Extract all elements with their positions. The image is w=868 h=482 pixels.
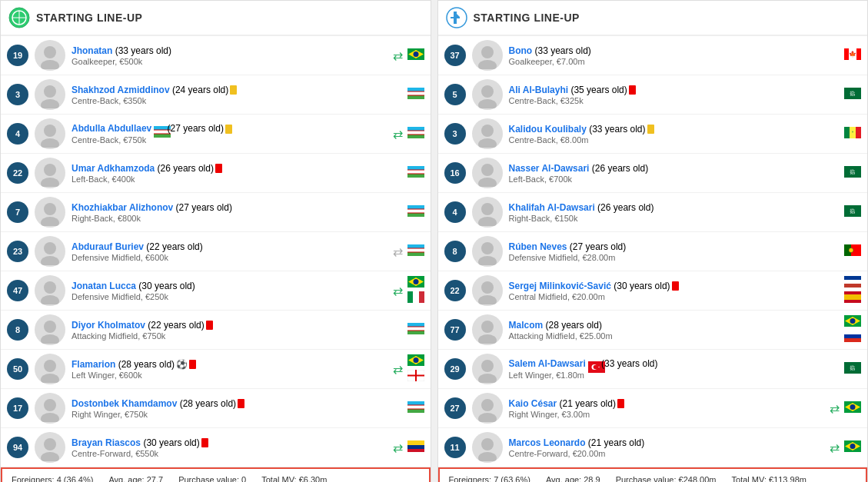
player-name[interactable]: Nasser Al-Dawsari (509, 163, 590, 174)
svg-rect-46 (407, 252, 424, 256)
flag-br (844, 315, 861, 329)
player-name[interactable]: Diyor Kholmatov (72, 320, 145, 331)
player-info: Ali Al-Bulayhi (35 years old)Centre-Back… (509, 85, 840, 105)
player-name[interactable]: Ali Al-Bulayhi (509, 85, 569, 95)
player-info: Bono (33 years old)Goalkeeper, €7.00m (509, 45, 840, 66)
player-row: 8 Rúben Neves (27 years old)Defensive Mi… (438, 232, 868, 271)
player-info: Khalifah Al-Dawsari (26 years old)Right-… (509, 202, 840, 223)
player-name-line: Malcom (28 years old) (509, 320, 840, 331)
player-name[interactable]: Abdulla Abdullaev (72, 123, 151, 134)
player-row: 47 Jonatan Lucca (30 years old)Defensive… (1, 271, 431, 311)
player-info: Flamarion (28 years old)⚽Left Winger, €6… (72, 359, 388, 380)
substitution-out-icon: ⇄ (393, 127, 403, 141)
player-avatar (35, 118, 65, 149)
player-number: 50 (7, 358, 28, 380)
player-row: 23 Abdurauf Buriev (22 years old)Defensi… (1, 232, 431, 271)
team1-avg-age: Avg. age: 27.7 (108, 475, 163, 482)
player-row: 29 Salem Al-Dawsari (33 years old)Left W… (438, 350, 868, 389)
player-detail: Centre-Back, €8.00m (509, 135, 840, 145)
flag-ge (407, 370, 424, 384)
player-name[interactable]: Jonatan Lucca (72, 281, 136, 291)
svg-point-109 (481, 242, 494, 254)
svg-rect-117 (844, 280, 861, 284)
svg-rect-31 (407, 170, 424, 174)
player-flags (844, 315, 861, 344)
svg-point-53 (413, 279, 418, 284)
team1-total-mv: Total MV: €6.30m (261, 475, 327, 482)
player-flags (407, 401, 424, 415)
player-row: 3 Shakhzod Azmiddinov (24 years old)Cent… (1, 75, 431, 115)
player-detail: Attacking Midfield, €25.00m (509, 331, 840, 341)
yellow-card-icon (225, 125, 232, 134)
player-row: 7 Khozhiakbar Alizhonov (27 years old)Ri… (1, 193, 431, 232)
player-name[interactable]: Bono (509, 45, 533, 56)
player-info: Umar Adkhamzoda (26 years old)Left-Back,… (72, 163, 403, 184)
svg-rect-23 (407, 127, 424, 131)
player-name[interactable]: Khalifah Al-Dawsari (509, 202, 595, 213)
svg-point-126 (850, 318, 856, 324)
svg-point-144 (478, 452, 497, 461)
player-flags: 🍁 (844, 48, 861, 62)
substitution-out-icon: ⇄ (830, 401, 840, 416)
player-action-icons: ⇄ (830, 401, 840, 416)
player-name-line: Abdurauf Buriev (22 years old) (72, 241, 388, 252)
player-avatar (35, 275, 65, 306)
svg-rect-83 (407, 449, 424, 452)
player-row: 27 Kaio César (21 years old)Right Winger… (438, 389, 868, 428)
svg-point-92 (478, 99, 497, 108)
player-row: 11 Marcos Leonardo (21 years old)Centre-… (438, 428, 868, 467)
svg-rect-24 (407, 131, 424, 135)
player-flags (844, 276, 861, 305)
player-action-icons: ⇄ (393, 48, 403, 63)
svg-rect-48 (407, 252, 424, 253)
svg-rect-37 (407, 205, 424, 209)
player-name[interactable]: Kaio César (509, 398, 557, 409)
flag-br (844, 401, 861, 415)
player-name[interactable]: Flamarion (72, 359, 115, 370)
player-name[interactable]: Salem Al-Dawsari (509, 358, 586, 369)
player-name[interactable]: Umar Adkhamzoda (72, 163, 155, 174)
flag-it (407, 291, 424, 305)
player-name[interactable]: Marcos Leonardo (509, 437, 586, 448)
svg-rect-39 (407, 213, 424, 217)
player-avatar (472, 118, 503, 149)
svg-rect-120 (844, 294, 861, 300)
team1-title: STARTING LINE-UP (36, 12, 142, 24)
flag-pt (844, 244, 861, 258)
svg-point-36 (41, 217, 59, 226)
player-name[interactable]: Sergej Milinković-Savić (509, 281, 611, 291)
svg-rect-78 (407, 409, 424, 410)
player-name[interactable]: Kalidou Koulibaly (509, 124, 587, 135)
substitution-out-icon: ⇄ (393, 48, 403, 63)
player-avatar (472, 40, 503, 71)
flag-br (407, 48, 424, 62)
player-flags (407, 205, 424, 219)
player-flags (407, 323, 424, 337)
svg-point-9 (44, 85, 56, 98)
player-name[interactable]: Abdurauf Buriev (72, 241, 144, 252)
svg-rect-20 (154, 134, 171, 138)
player-flags (407, 88, 424, 101)
player-name[interactable]: Malcom (509, 320, 544, 331)
player-name[interactable]: Brayan Riascos (72, 437, 141, 448)
player-name[interactable]: Dostonbek Khamdamov (72, 398, 177, 409)
flag-sa: ﷺ (844, 88, 861, 101)
svg-rect-99 (856, 127, 861, 138)
svg-rect-34 (407, 174, 424, 175)
team1-panel: STARTING LINE-UP 19 Jhonatan (33 years o… (0, 0, 431, 482)
player-detail: Centre-Forward, €20.00m (509, 449, 826, 458)
svg-point-80 (41, 452, 59, 461)
team1-logo (8, 7, 30, 28)
player-name[interactable]: Jhonatan (72, 45, 112, 56)
player-name[interactable]: Shakhzod Azmiddinov (72, 85, 170, 95)
player-detail: Central Midfield, €20.00m (509, 292, 840, 301)
player-name-line: Khozhiakbar Alizhonov (27 years old) (72, 202, 403, 213)
player-name[interactable]: Khozhiakbar Alizhonov (72, 202, 173, 213)
svg-point-102 (478, 178, 497, 187)
player-name-line: Abdulla Abdullaev (27 years old) (72, 123, 388, 135)
svg-point-115 (478, 295, 497, 304)
svg-point-96 (478, 138, 497, 148)
svg-point-73 (41, 413, 59, 422)
player-name[interactable]: Rúben Neves (509, 241, 567, 252)
svg-rect-25 (407, 135, 424, 138)
